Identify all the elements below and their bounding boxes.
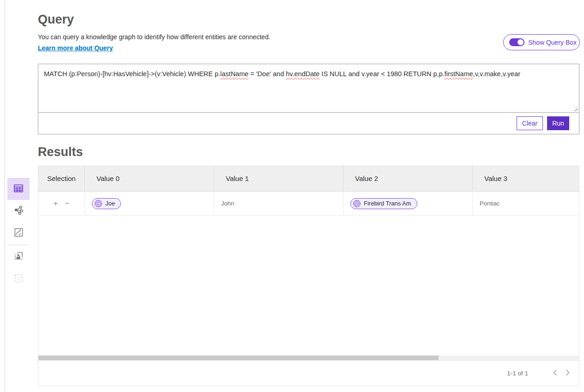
value3-cell: Pontiac bbox=[472, 192, 579, 215]
query-text-segment: hv.endDate bbox=[286, 70, 319, 78]
clear-button[interactable]: Clear bbox=[517, 116, 543, 130]
value2-cell: Firebird Trans Am bbox=[343, 192, 472, 215]
query-text-segment: firstName bbox=[445, 70, 473, 78]
toggle-label: Show Query Box bbox=[528, 39, 577, 46]
query-text: MATCH (p:Person)-[hv:HasVehicle]->(v:Veh… bbox=[44, 70, 520, 78]
results-footer: 1-1 of 1 bbox=[38, 360, 579, 386]
query-panel: MATCH (p:Person)-[hv:HasVehicle]->(v:Veh… bbox=[38, 64, 579, 134]
results-table-header: Selection Value 0 Value 1 Value 2 Value … bbox=[38, 165, 579, 192]
previous-page-button[interactable] bbox=[553, 369, 557, 377]
results-view-toolbar bbox=[7, 178, 30, 290]
entity-icon bbox=[95, 200, 102, 207]
query-footer: Clear Run bbox=[38, 113, 579, 134]
page-title: Query bbox=[38, 12, 74, 27]
left-edge-divider bbox=[5, 0, 5, 392]
value0-cell: Joe bbox=[84, 192, 214, 215]
table-view-button[interactable] bbox=[7, 178, 30, 200]
next-page-button[interactable] bbox=[566, 369, 570, 377]
column-header-value2: Value 2 bbox=[343, 165, 472, 191]
map-icon bbox=[13, 227, 24, 239]
toolbar-divider bbox=[7, 245, 30, 245]
show-query-box-toggle[interactable]: Show Query Box bbox=[503, 34, 580, 50]
page-description: You can query a knowledge graph to ident… bbox=[38, 33, 271, 41]
query-text-segment: ,v,v.make,v.year bbox=[473, 70, 520, 78]
link-chart-icon bbox=[13, 205, 24, 217]
resize-handle[interactable] bbox=[572, 106, 578, 111]
add-to-map-button[interactable] bbox=[7, 246, 30, 268]
column-header-value1: Value 1 bbox=[214, 165, 343, 191]
value1-cell: John bbox=[214, 192, 343, 215]
query-text-segment: = 'Doe' and bbox=[248, 70, 286, 78]
column-header-value3: Value 3 bbox=[472, 165, 579, 191]
column-header-value0: Value 0 bbox=[84, 165, 214, 191]
table-row: + − Joe John Firebird Trans Am Pontiac bbox=[38, 192, 579, 216]
link-chart-view-button[interactable] bbox=[7, 200, 30, 222]
entity-pill-joe[interactable]: Joe bbox=[92, 198, 121, 209]
horizontal-scrollbar-track[interactable] bbox=[38, 356, 579, 360]
add-to-map-icon bbox=[13, 251, 24, 263]
run-button[interactable]: Run bbox=[547, 116, 569, 130]
toggle-switch-icon bbox=[509, 38, 524, 46]
column-header-selection: Selection bbox=[38, 165, 84, 191]
add-selection-button[interactable]: + bbox=[54, 199, 58, 207]
add-to-selection-button[interactable] bbox=[7, 268, 30, 290]
chevron-right-icon bbox=[566, 369, 570, 377]
entity-pill-firebird[interactable]: Firebird Trans Am bbox=[350, 198, 417, 209]
entity-pill-label: Joe bbox=[105, 200, 115, 207]
entity-pill-label: Firebird Trans Am bbox=[364, 200, 411, 207]
query-input[interactable]: MATCH (p:Person)-[hv:HasVehicle]->(v:Veh… bbox=[38, 64, 579, 113]
results-panel: Selection Value 0 Value 1 Value 2 Value … bbox=[38, 165, 579, 386]
chevron-left-icon bbox=[553, 369, 557, 377]
remove-selection-button[interactable]: − bbox=[65, 199, 70, 207]
pagination-range: 1-1 of 1 bbox=[507, 370, 528, 377]
selection-cell: + − bbox=[38, 192, 84, 215]
horizontal-scrollbar-thumb[interactable] bbox=[38, 356, 439, 360]
entity-icon bbox=[353, 200, 361, 207]
map-view-button[interactable] bbox=[7, 222, 30, 244]
table-body-empty bbox=[38, 216, 579, 356]
add-to-selection-icon bbox=[13, 273, 24, 285]
table-icon bbox=[13, 183, 24, 195]
results-title: Results bbox=[38, 145, 83, 159]
query-text-segment: MATCH (p:Person)-[hv:HasVehicle]->(v:Veh… bbox=[44, 70, 220, 78]
query-text-segment: lastName bbox=[220, 70, 248, 78]
learn-more-link[interactable]: Learn more about Query bbox=[38, 44, 113, 52]
query-text-segment: IS NULL and v.year < 1980 RETURN p,p. bbox=[319, 70, 444, 78]
